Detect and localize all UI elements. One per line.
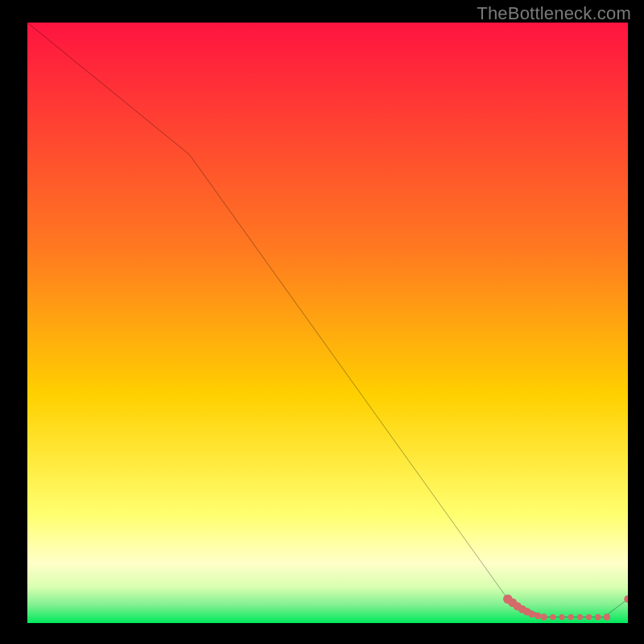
gradient-background (27, 23, 628, 623)
curve-marker (540, 613, 547, 620)
curve-marker (604, 613, 610, 620)
curve-marker (550, 614, 555, 620)
curve-marker (586, 614, 592, 620)
curve-marker (528, 610, 535, 617)
watermark-text: TheBottleneck.com (477, 3, 631, 24)
curve-marker (577, 614, 583, 620)
chart-svg (27, 23, 628, 623)
curve-marker (559, 614, 564, 620)
curve-marker (568, 614, 573, 620)
chart-frame: TheBottleneck.com (0, 0, 644, 644)
curve-marker (595, 614, 601, 621)
curve-marker (535, 613, 541, 619)
chart-plot-area (27, 23, 628, 623)
